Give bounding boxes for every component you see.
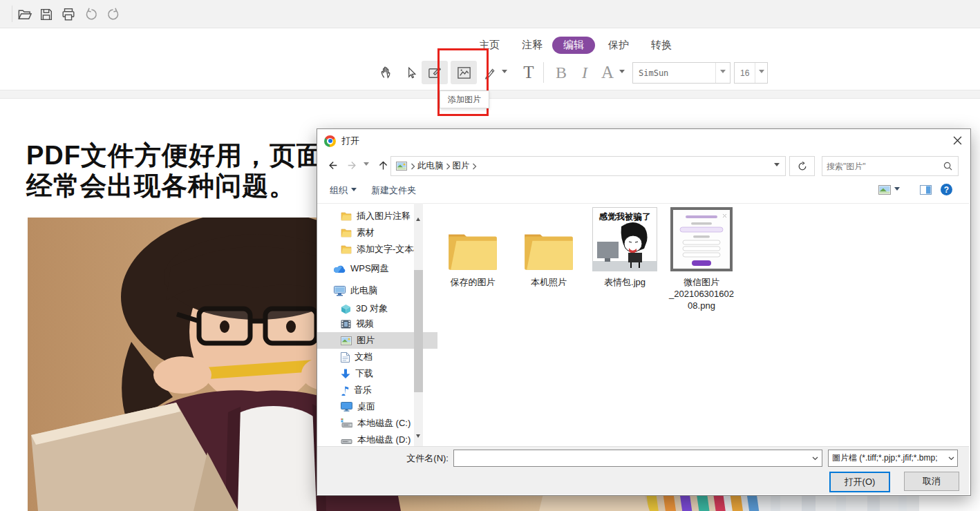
select-cursor-icon[interactable] xyxy=(399,61,423,84)
sidebar-item-label: WPS网盘 xyxy=(350,262,389,275)
scrollbar-up-icon[interactable] xyxy=(416,206,420,218)
toolbar-divider xyxy=(12,6,12,22)
add-image-tool-icon[interactable] xyxy=(451,61,477,84)
pen-dropdown-icon[interactable] xyxy=(499,61,510,84)
chrome-icon xyxy=(324,135,336,147)
tab-convert[interactable]: 转换 xyxy=(651,37,672,54)
file-tile-wechat-image-png[interactable]: 微信图片 _202106301602 08.png xyxy=(663,206,740,311)
tab-protect[interactable]: 保护 xyxy=(608,37,629,54)
dialog-footer: 文件名(N): 圖片檔 (*.tiff;*.pjp;*.jfif;*.bmp; … xyxy=(317,446,969,494)
new-folder-button[interactable]: 新建文件夹 xyxy=(371,184,416,197)
italic-button[interactable]: I xyxy=(573,61,596,84)
italic-glyph: I xyxy=(582,64,587,82)
preview-pane-icon[interactable] xyxy=(920,185,932,195)
file-tile-camera-roll[interactable]: 本机照片 xyxy=(510,206,587,288)
organize-menu[interactable]: 组织 xyxy=(330,184,357,197)
add-image-tooltip: 添加图片 xyxy=(440,90,489,108)
pictures-location-icon xyxy=(391,162,411,171)
sidebar-scrollbar[interactable] xyxy=(414,203,423,446)
bold-button[interactable]: B xyxy=(549,61,573,84)
view-mode-icon[interactable] xyxy=(878,185,900,195)
hand-tool-icon[interactable] xyxy=(375,61,398,84)
screen: 主页 注释 编辑 保护 转换 T B I A xyxy=(0,0,980,511)
sidebar-item-label: 插入图片注释 xyxy=(357,210,411,222)
breadcrumb-chevron-icon xyxy=(472,163,477,170)
help-glyph: ? xyxy=(941,184,952,195)
redo-icon[interactable] xyxy=(104,6,122,23)
font-size-value: 16 xyxy=(735,63,755,83)
font-family-dropdown-icon[interactable] xyxy=(715,63,730,83)
new-folder-label: 新建文件夹 xyxy=(371,184,416,197)
folder-icon xyxy=(434,206,511,271)
filename-combobox[interactable] xyxy=(453,450,822,467)
cancel-button[interactable]: 取消 xyxy=(904,472,959,491)
tab-comment[interactable]: 注释 xyxy=(522,37,543,54)
open-file-dialog: 打开 此电脑 图片 xyxy=(317,128,971,496)
open-file-icon[interactable] xyxy=(15,6,33,23)
edit-text-tool-icon[interactable] xyxy=(422,61,448,84)
sidebar-item-label: 添加文字-文本框 xyxy=(357,243,422,256)
file-tile-meme-jpg[interactable]: 感觉我被骗了 表情包.jpg xyxy=(586,206,663,288)
quick-access-toolbar xyxy=(0,0,980,28)
forward-icon[interactable] xyxy=(343,156,361,174)
file-name: 微信图片 _202106301602 08.png xyxy=(663,276,740,311)
dialog-titlebar[interactable]: 打开 xyxy=(324,135,359,147)
search-box[interactable] xyxy=(822,156,959,176)
folder-icon xyxy=(510,206,587,271)
filename-input[interactable] xyxy=(454,453,808,463)
sidebar-item-label: 图片 xyxy=(357,334,375,347)
sidebar-item-label: 音乐 xyxy=(354,384,372,396)
scrollbar-thumb[interactable] xyxy=(414,270,423,392)
screenshot-thumbnail xyxy=(663,206,740,271)
breadcrumb-this-pc[interactable]: 此电脑 xyxy=(415,160,446,172)
file-name: 保存的图片 xyxy=(434,276,511,288)
font-size-select[interactable]: 16 xyxy=(734,62,768,84)
toolbar-separator xyxy=(543,62,544,83)
file-name-line: 08.png xyxy=(663,300,740,311)
font-family-select[interactable]: SimSun xyxy=(632,62,731,84)
svg-text:感觉我被骗了: 感觉我被骗了 xyxy=(599,212,651,222)
sidebar-item-label: 下载 xyxy=(355,367,373,380)
up-icon[interactable] xyxy=(374,156,392,174)
meme-thumbnail: 感觉我被骗了 xyxy=(586,206,663,271)
save-icon[interactable] xyxy=(37,6,55,23)
undo-icon[interactable] xyxy=(82,6,100,23)
file-tile-saved-pictures[interactable]: 保存的图片 xyxy=(434,206,511,288)
open-button[interactable]: 打开(O) xyxy=(829,472,890,492)
filename-label: 文件名(N): xyxy=(353,452,449,465)
document-tab-strip xyxy=(0,90,980,99)
dialog-command-bar: 组织 新建文件夹 ? xyxy=(317,179,969,204)
sidebar-item-label: 素材 xyxy=(357,226,375,239)
address-bar[interactable]: 此电脑 图片 xyxy=(390,156,786,176)
tab-home[interactable]: 主页 xyxy=(479,37,500,54)
file-name-line: 微信图片 xyxy=(663,276,740,288)
filename-dropdown-icon[interactable] xyxy=(808,456,822,461)
font-size-dropdown-icon[interactable] xyxy=(755,63,767,83)
breadcrumb-pictures[interactable]: 图片 xyxy=(451,160,472,172)
sidebar-item-label: 桌面 xyxy=(357,401,375,413)
font-color-button[interactable]: A xyxy=(596,61,619,84)
recent-locations-dropdown-icon[interactable] xyxy=(360,156,373,174)
sidebar-item-label: 此电脑 xyxy=(350,285,377,297)
address-dropdown-icon[interactable] xyxy=(769,157,785,175)
back-icon[interactable] xyxy=(323,156,341,174)
print-icon[interactable] xyxy=(59,6,77,23)
text-tool-glyph: T xyxy=(523,63,534,82)
filetype-select[interactable]: 圖片檔 (*.tiff;*.pjp;*.jfif;*.bmp; xyxy=(828,450,958,467)
ribbon: 主页 注释 编辑 保护 转换 T B I A xyxy=(0,28,980,90)
font-color-glyph: A xyxy=(601,63,614,82)
tab-edit[interactable]: 编辑 xyxy=(552,37,595,54)
pen-tool-icon[interactable] xyxy=(481,61,499,84)
filetype-dropdown-icon[interactable] xyxy=(945,456,957,461)
help-icon[interactable]: ? xyxy=(941,184,952,195)
sidebar-item-label: 本地磁盘 (D:) xyxy=(357,434,411,446)
file-name-line: _202106301602 xyxy=(663,288,740,300)
text-tool-icon[interactable]: T xyxy=(517,61,540,84)
file-name: 表情包.jpg xyxy=(586,276,663,288)
search-input[interactable] xyxy=(822,162,943,171)
font-color-dropdown-icon[interactable] xyxy=(616,61,628,84)
breadcrumb-chevron-icon xyxy=(411,163,415,170)
refresh-icon[interactable] xyxy=(789,156,815,176)
sidebar-item-label: 3D 对象 xyxy=(356,302,388,315)
close-icon[interactable] xyxy=(948,132,967,148)
